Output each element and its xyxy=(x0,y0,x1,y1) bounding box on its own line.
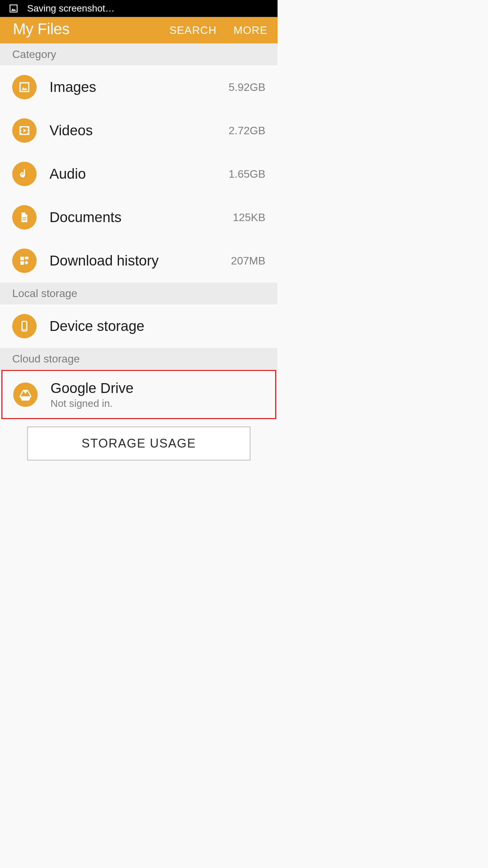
item-size: 5.92GB xyxy=(228,81,265,94)
item-size: 2.72GB xyxy=(228,124,265,137)
more-button[interactable]: MORE xyxy=(233,24,267,37)
item-sublabel: Not signed in. xyxy=(50,398,264,409)
svg-rect-13 xyxy=(22,217,26,218)
svg-rect-16 xyxy=(25,257,29,259)
svg-marker-1 xyxy=(11,8,16,11)
status-bar: Saving screenshot… xyxy=(0,0,278,17)
svg-rect-11 xyxy=(27,133,28,134)
svg-rect-14 xyxy=(22,219,26,220)
google-drive-icon xyxy=(13,382,38,407)
svg-rect-10 xyxy=(27,130,28,131)
item-size: 125KB xyxy=(233,211,265,224)
item-label: Device storage xyxy=(49,318,265,334)
svg-rect-2 xyxy=(20,83,29,92)
section-header-local: Local storage xyxy=(0,282,278,304)
svg-rect-15 xyxy=(20,257,24,260)
image-icon xyxy=(8,3,19,14)
audio-icon xyxy=(12,162,37,186)
storage-usage-button[interactable]: STORAGE USAGE xyxy=(27,427,250,460)
list-item-documents[interactable]: Documents 125KB xyxy=(0,196,278,239)
section-header-category: Category xyxy=(0,43,278,65)
list-item-audio[interactable]: Audio 1.65GB xyxy=(0,152,278,196)
list-item-device-storage[interactable]: Device storage xyxy=(0,304,278,348)
app-title: My Files xyxy=(13,20,152,38)
svg-rect-0 xyxy=(10,5,17,12)
documents-icon xyxy=(12,205,37,230)
item-size: 207MB xyxy=(231,255,265,267)
item-size: 1.65GB xyxy=(228,168,265,180)
item-label: Documents xyxy=(49,209,233,225)
item-label: Audio xyxy=(49,166,228,182)
svg-rect-7 xyxy=(21,130,22,131)
item-label: Videos xyxy=(49,122,228,139)
download-history-icon xyxy=(12,249,37,273)
svg-point-12 xyxy=(21,174,25,178)
list-item-google-drive[interactable]: Google Drive Not signed in. xyxy=(1,370,276,419)
images-icon xyxy=(12,75,37,99)
device-icon xyxy=(12,314,37,338)
item-label: Images xyxy=(49,79,228,95)
svg-marker-21 xyxy=(23,390,28,394)
svg-rect-8 xyxy=(21,133,22,134)
svg-rect-17 xyxy=(20,261,24,265)
svg-marker-5 xyxy=(23,129,26,132)
list-item-images[interactable]: Images 5.92GB xyxy=(0,65,278,109)
svg-rect-19 xyxy=(23,329,26,330)
svg-marker-3 xyxy=(22,87,27,90)
list-item-videos[interactable]: Videos 2.72GB xyxy=(0,109,278,152)
status-text: Saving screenshot… xyxy=(27,3,115,14)
videos-icon xyxy=(12,118,37,143)
section-header-cloud: Cloud storage xyxy=(0,348,278,370)
item-label: Download history xyxy=(49,253,231,269)
svg-rect-9 xyxy=(27,127,28,128)
svg-rect-6 xyxy=(21,127,22,128)
item-label: Google Drive xyxy=(50,380,264,396)
storage-button-wrap: STORAGE USAGE xyxy=(0,419,278,488)
app-bar: My Files SEARCH MORE xyxy=(0,17,278,43)
search-button[interactable]: SEARCH xyxy=(169,24,217,37)
list-item-download-history[interactable]: Download history 207MB xyxy=(0,239,278,282)
